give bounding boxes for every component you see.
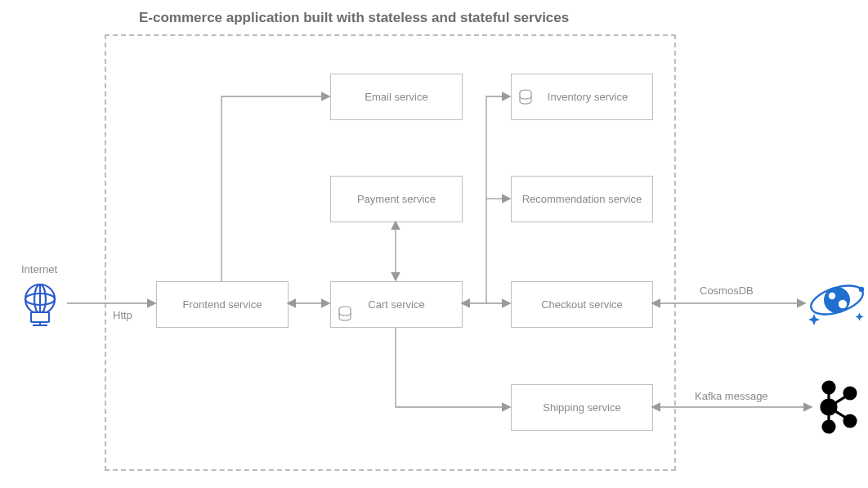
inventory-service-label: Inventory service xyxy=(548,91,628,103)
svg-rect-4 xyxy=(31,312,49,322)
payment-service-label: Payment service xyxy=(357,193,436,205)
shipping-service: Shipping service xyxy=(511,384,653,431)
cart-service: Cart service xyxy=(330,281,463,328)
recommendation-service-label: Recommendation service xyxy=(522,193,642,205)
svg-point-19 xyxy=(844,415,856,427)
cosmosdb-label: CosmosDB xyxy=(700,284,754,297)
svg-point-18 xyxy=(844,387,856,399)
shipping-service-label: Shipping service xyxy=(543,401,620,414)
http-label: Http xyxy=(113,309,132,321)
email-service: Email service xyxy=(330,74,463,120)
checkout-service-label: Checkout service xyxy=(541,298,623,311)
email-service-label: Email service xyxy=(365,91,427,103)
diagram-title: E-commerce application built with statel… xyxy=(139,10,569,26)
svg-point-15 xyxy=(823,382,834,393)
svg-point-10 xyxy=(839,300,847,308)
cart-service-label: Cart service xyxy=(368,298,424,311)
payment-service: Payment service xyxy=(330,176,463,222)
svg-point-17 xyxy=(823,421,834,432)
cosmosdb-icon xyxy=(808,271,866,329)
internet-label: Internet xyxy=(21,263,57,275)
database-icon xyxy=(338,306,352,322)
diagram-stage: E-commerce application built with statel… xyxy=(0,0,868,488)
globe-icon xyxy=(15,281,65,326)
kafka-icon xyxy=(814,378,861,437)
recommendation-service: Recommendation service xyxy=(511,176,653,222)
inventory-service: Inventory service xyxy=(511,74,653,120)
svg-point-16 xyxy=(821,400,836,414)
kafka-label: Kafka message xyxy=(695,390,768,402)
svg-point-9 xyxy=(829,293,835,299)
frontend-service-label: Frontend service xyxy=(183,298,262,311)
svg-point-8 xyxy=(824,287,850,313)
svg-point-11 xyxy=(859,287,864,292)
frontend-service: Frontend service xyxy=(156,281,289,328)
database-icon xyxy=(518,89,533,105)
checkout-service: Checkout service xyxy=(511,281,653,328)
